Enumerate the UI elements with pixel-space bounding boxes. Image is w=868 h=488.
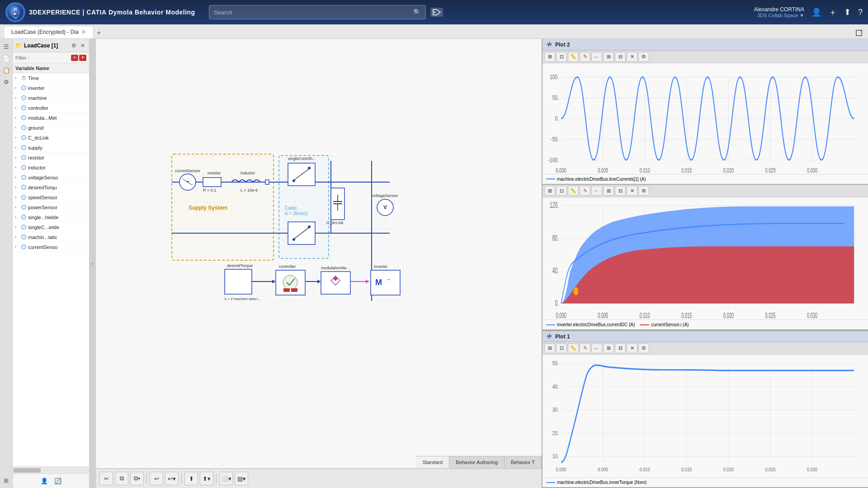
upload-button[interactable]: ⬆ (184, 472, 198, 485)
plot2-btn-9[interactable]: ⚙ (638, 52, 649, 62)
svg-text:inverter: inverter (374, 264, 387, 269)
side-icon-1[interactable]: ☰ (1, 42, 11, 52)
svg-rect-117 (542, 355, 868, 477)
side-icon-5[interactable]: ⊞ (1, 475, 11, 485)
help-icon[interactable]: ? (858, 8, 863, 17)
var-item[interactable]: +inverter (13, 83, 89, 93)
plot2-btn-6[interactable]: ⊞ (603, 52, 614, 62)
plotmid-btn-6[interactable]: ⊞ (603, 186, 614, 196)
add-icon[interactable]: ＋ (829, 7, 837, 18)
filter-icons: ✕ ▼ (71, 55, 86, 61)
plot1-btn-7[interactable]: ⊟ (615, 343, 626, 353)
tab-behavior-authoring[interactable]: Behavior Authoring (449, 456, 505, 468)
plot2-btn-7[interactable]: ⊟ (615, 52, 626, 62)
plotmid-btn-5[interactable]: ← (591, 186, 602, 196)
tag-icon[interactable] (430, 8, 443, 17)
plotmid-btn-3[interactable]: 📏 (568, 186, 579, 196)
side-icon-3[interactable]: 📋 (1, 65, 11, 75)
var-item[interactable]: +voltageSenso (13, 173, 89, 183)
var-item[interactable]: +⏱Time (13, 73, 89, 83)
var-item[interactable]: +powerSensor (13, 202, 89, 212)
tab-close-icon[interactable]: ✕ (81, 29, 86, 35)
svg-text:0.010: 0.010 (640, 311, 650, 319)
var-expand-icon: + (14, 185, 19, 190)
plotmid-btn-4[interactable]: ✎ (580, 186, 590, 196)
plot1-btn-5[interactable]: ← (591, 343, 602, 353)
tab-add-button[interactable]: + (94, 28, 104, 38)
plot2-legend: machine.electricDriveBus.lineCurrents[1]… (542, 174, 868, 184)
plot2-legend-1: machine.electricDriveBus.lineCurrents[1]… (546, 177, 646, 182)
copy-button[interactable]: ⧉ (115, 472, 128, 485)
copy-dropdown-button[interactable]: ⧉▾ (130, 472, 144, 485)
search-input[interactable] (214, 9, 410, 16)
var-item[interactable]: +single...hielde (13, 212, 89, 222)
plot2-btn-2[interactable]: ⊡ (556, 52, 567, 62)
var-item[interactable]: +singleC...ielde (13, 222, 89, 232)
main-tab[interactable]: LoadCase (Encrypted) - Dia ✕ (4, 26, 94, 38)
var-item[interactable]: +speedSensor (13, 192, 89, 202)
var-panel-icon-2[interactable]: 🔄 (53, 476, 63, 486)
plotmid-btn-1[interactable]: ⊞ (544, 186, 555, 196)
var-item[interactable]: +machin...tatic (13, 232, 89, 242)
scroll-thumb[interactable] (14, 468, 41, 473)
var-type-icon (20, 145, 27, 151)
plotmid-btn-9[interactable]: ⚙ (638, 186, 649, 196)
var-item-label: single...hielde (28, 215, 58, 220)
upload-dropdown-button[interactable]: ⬆▾ (200, 472, 213, 485)
var-item[interactable]: +ground (13, 123, 89, 133)
tab-standard[interactable]: Standard (416, 456, 449, 468)
user-icon[interactable]: 👤 (811, 7, 821, 17)
var-panel-icon-1[interactable]: 👤 (39, 476, 49, 486)
var-item[interactable]: +currentSenso (13, 242, 89, 252)
panel-button[interactable]: ▤▾ (235, 472, 248, 485)
var-item[interactable]: +resistor (13, 153, 89, 163)
plot2-btn-3[interactable]: 📏 (568, 52, 579, 62)
var-item[interactable]: +supply (13, 143, 89, 153)
plot1-btn-2[interactable]: ⊡ (556, 343, 567, 353)
cut-button[interactable]: ✂ (99, 472, 113, 485)
plotmid-btn-2[interactable]: ⊡ (556, 186, 567, 196)
plot2-btn-8[interactable]: ✕ (627, 52, 637, 62)
side-icon-2[interactable]: 📄 (1, 53, 11, 63)
var-item[interactable]: +modula...Met (13, 113, 89, 123)
plot1-btn-1[interactable]: ⊞ (544, 343, 555, 353)
plot2-btn-5[interactable]: ← (591, 52, 602, 62)
tab-behavior-t[interactable]: Behavior T (505, 456, 542, 468)
var-item[interactable]: +C_dcLink (13, 133, 89, 143)
var-item[interactable]: +machine (13, 93, 89, 103)
search-bar[interactable]: 🔍 (209, 5, 426, 19)
maximize-button[interactable] (854, 28, 864, 38)
share-icon[interactable]: ⬆ (844, 7, 851, 17)
panel-collapse-arrow[interactable]: ‹ (90, 39, 96, 488)
plot2-btn-1[interactable]: ⊞ (544, 52, 555, 62)
undo-button[interactable]: ↩ (150, 472, 163, 485)
side-icon-4[interactable]: ⚙ (1, 77, 11, 87)
var-item[interactable]: +inductor (13, 163, 89, 173)
var-item[interactable]: +desiredTorqu (13, 183, 89, 192)
plot1-btn-9[interactable]: ⚙ (638, 343, 649, 353)
var-item-label: currentSenso (28, 244, 57, 250)
undo-dropdown-button[interactable]: ↩▾ (165, 472, 179, 485)
var-item[interactable]: +controller (13, 103, 89, 113)
plot1-btn-8[interactable]: ✕ (627, 343, 637, 353)
var-item-label: machin...tatic (28, 235, 57, 240)
panel-settings-button[interactable]: ⚙ (70, 42, 77, 49)
panel-close-button[interactable]: ✕ (79, 42, 86, 49)
svg-text:0.030: 0.030 (807, 311, 817, 319)
plot1-btn-4[interactable]: ✎ (580, 343, 590, 353)
filter-label: Filter : (15, 55, 29, 61)
plot2-btn-4[interactable]: ✎ (580, 52, 590, 62)
plot1-btn-3[interactable]: 📏 (568, 343, 579, 353)
collab-space[interactable]: 3DS Collab Space ▼ (754, 13, 804, 18)
filter-clear-button[interactable]: ✕ (71, 55, 78, 61)
var-expand-icon: + (14, 126, 19, 130)
plot1-btn-6[interactable]: ⊞ (603, 343, 614, 353)
plotmid-btn-7[interactable]: ⊟ (615, 186, 626, 196)
filter-apply-button[interactable]: ▼ (79, 55, 86, 61)
svg-point-37 (292, 238, 295, 241)
view-button[interactable]: ⬜▾ (219, 472, 233, 485)
var-item-label: modula...Met (28, 115, 57, 121)
var-scrollbar-h[interactable] (13, 466, 89, 474)
plotmid-btn-8[interactable]: ✕ (627, 186, 637, 196)
plot1-toolbar: ⊞ ⊡ 📏 ✎ ← ⊞ ⊟ ✕ ⚙ (542, 342, 868, 355)
